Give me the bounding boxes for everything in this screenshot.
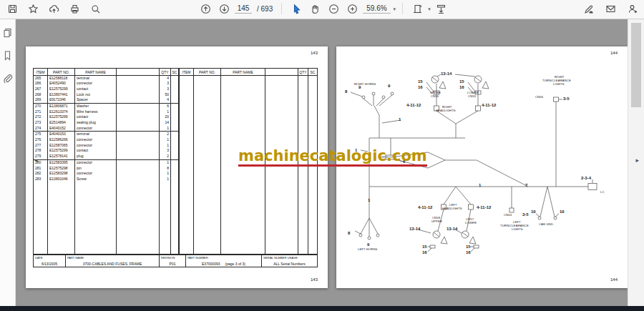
title-block-date: DATE: 6/13/2005 [34, 255, 66, 267]
diagram-label: LIGHTS [553, 83, 565, 86]
table-filler [34, 182, 178, 254]
title-block-part-name: PART NAME: 3700-CABLES AND FUSES, FRAME [66, 255, 160, 267]
acrobat-window: / 693 59.6% 143 [0, 0, 644, 311]
table-row: 269E9172346Spacer4 [34, 97, 178, 103]
page-total-label: / 693 [257, 5, 273, 13]
title-block-part-number: PART NUMBER: E37000093(page 3 of 3) [186, 255, 262, 267]
hand-tool-button[interactable] [307, 1, 323, 16]
top-toolbar: / 693 59.6% [0, 0, 644, 19]
document-area: 143 ITEM PART NO. PART NAME QTY SC 265E1… [16, 19, 628, 306]
table-row: 266E4052490connector3 [34, 81, 178, 87]
share-icon [628, 4, 638, 14]
bookmarks-panel-button[interactable] [0, 48, 16, 62]
title-block-serial: SERIAL NUMBER USAGE: ALL Serial Numbers [262, 255, 317, 267]
diagram-label: CN55 [468, 95, 476, 98]
chevron-down-icon[interactable] [394, 6, 396, 11]
toolbar-separator [281, 3, 282, 14]
chevron-down-icon[interactable] [428, 6, 431, 11]
col-sc: SC [171, 69, 178, 75]
parts-table-left: ITEM PART NO. PART NAME QTY SC 265E12588… [33, 68, 179, 255]
workspace: 143 ITEM PART NO. PART NAME QTY SC 265E1… [0, 19, 644, 306]
search-icon [90, 4, 101, 14]
col-qty: QTY [298, 69, 308, 75]
pointer-icon [291, 4, 302, 14]
diagram-label: 1 [368, 198, 370, 202]
reading-mode-icon [436, 4, 447, 14]
save-icon [7, 4, 18, 14]
table-row: 267E12575299contact3 [34, 87, 178, 92]
diagram-label: 9 [367, 242, 369, 247]
diagram-label: 16 [418, 85, 423, 89]
page-number-bottom: 143 [311, 277, 318, 282]
diagram-label: 9 [388, 84, 390, 88]
print-button[interactable] [67, 1, 82, 16]
zoom-out-icon [328, 4, 339, 14]
table-row: 274E4040152connector1 [34, 126, 178, 132]
star-button[interactable] [25, 1, 41, 16]
attachments-icon [2, 73, 13, 84]
diagram-label: 1 [479, 183, 481, 187]
diagram-label: 16 [422, 250, 427, 255]
zoom-in-icon [347, 4, 358, 14]
mail-icon [605, 4, 616, 14]
diagram-label: LOWER [465, 222, 477, 224]
table-row: 271E12613374Wire harness1 [34, 109, 178, 115]
diagram-label: 13-14 [441, 71, 452, 76]
toolbar-separator [402, 3, 403, 14]
col-sc: SC [308, 69, 317, 75]
zoom-level[interactable]: 59.6% [363, 4, 390, 14]
table-row: 275E4040153terminal2 [34, 131, 178, 137]
share-button[interactable] [625, 1, 640, 16]
col-part-name: PART NAME [221, 69, 265, 75]
diagram-label: LIGHTS [512, 228, 523, 231]
diagram-label: 8 [348, 231, 350, 235]
diagram-label: CN64 [504, 214, 512, 217]
zoom-in-button[interactable] [344, 1, 360, 16]
table-row: 276E12586266connector1 [34, 137, 178, 143]
reading-mode-button[interactable] [434, 1, 449, 16]
zoom-out-button[interactable] [326, 1, 341, 16]
diagram-label: 2-3-4 [581, 176, 591, 180]
table-row: 283E13801046Screw1 [34, 177, 178, 182]
col-blank [117, 69, 160, 75]
diagram-label: HEADLIGHTS [442, 207, 462, 210]
diagram-label: 4-11-12 [406, 103, 421, 107]
page-number-input[interactable] [235, 4, 252, 14]
hand-icon [310, 4, 321, 14]
bookmarks-icon [2, 50, 13, 61]
toolbar-nav-group: / 693 59.6% [197, 1, 449, 16]
title-block: DATE: 6/13/2005 PART NAME: 3700-CABLES A… [33, 255, 318, 267]
diagram-label: 4-11-12 [477, 205, 491, 209]
table-row: 277E12587065connector1 [34, 143, 178, 149]
diagram-label: 3-5 [563, 97, 570, 101]
pointer-tool-button[interactable] [288, 1, 304, 16]
diagram-label: LC [600, 191, 605, 194]
save-button[interactable] [4, 1, 20, 16]
attachments-panel-button[interactable] [0, 71, 16, 85]
search-button[interactable] [87, 1, 103, 16]
page-down-button[interactable] [216, 1, 232, 16]
next-page-arrow[interactable] [635, 157, 639, 164]
table-row: 273E2514894sealing plug14 [34, 120, 178, 126]
diagram-label: 13-14 [447, 227, 457, 231]
upload-button[interactable] [46, 1, 62, 16]
previous-page-arrow[interactable] [34, 157, 38, 164]
page-144: 144 [336, 46, 628, 288]
thumbnails-panel-button[interactable] [0, 25, 16, 39]
scrollbar-thumb[interactable] [631, 23, 641, 107]
diagram-label: 16 [459, 85, 464, 89]
table-row: 278E12575299contact3 [34, 148, 178, 154]
diagram-label: CAB GND. [539, 223, 554, 226]
diagram-label: 1 [399, 117, 401, 122]
diagram-label: 8 [345, 89, 347, 94]
mail-button[interactable] [602, 1, 618, 16]
diagram-label: LEFT HORNS [358, 248, 377, 251]
diagram-label: 10 [531, 209, 536, 214]
page-up-button[interactable] [197, 1, 213, 16]
diagram-label: 9 [358, 85, 361, 89]
page-layout-button[interactable] [409, 1, 425, 16]
table-row: 279E12578141plug2 [34, 154, 178, 159]
title-block-revision: REVISION: P01 [160, 255, 186, 267]
table-row: 281E12575298pin8 [34, 166, 178, 172]
sign-button[interactable] [580, 1, 596, 16]
